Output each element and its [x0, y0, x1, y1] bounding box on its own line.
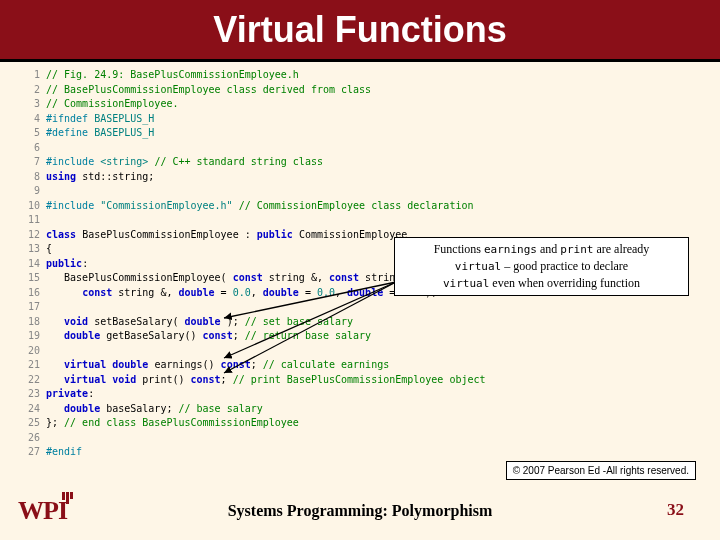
page-number: 32	[667, 500, 684, 520]
slide-title: Virtual Functions	[213, 9, 506, 51]
title-bar: Virtual Functions	[0, 0, 720, 62]
annotation-callout: Functions earnings and print are already…	[394, 237, 689, 296]
footer-title: Systems Programming: Polymorphism	[228, 502, 493, 520]
wpi-logo: WPI	[18, 496, 67, 526]
copyright-notice: © 2007 Pearson Ed -All rights reserved.	[506, 461, 696, 480]
